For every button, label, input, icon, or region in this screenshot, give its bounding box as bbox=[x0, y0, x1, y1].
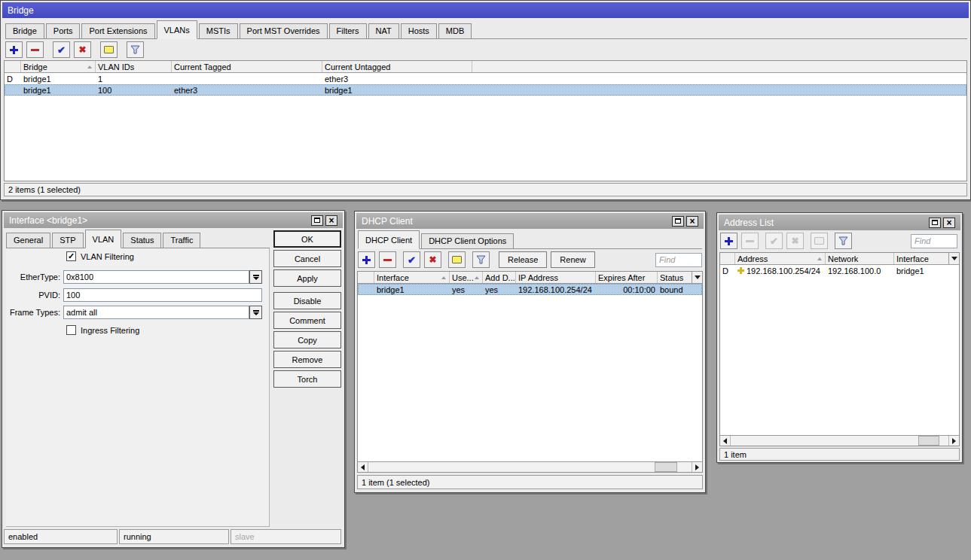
col-flags[interactable] bbox=[5, 61, 21, 72]
tab-dhcp-client-options[interactable]: DHCP Client Options bbox=[421, 233, 514, 248]
tab-port-extensions[interactable]: Port Extensions bbox=[81, 23, 154, 38]
enable-button[interactable]: ✔ bbox=[403, 251, 420, 268]
tab-mdb[interactable]: MDB bbox=[438, 23, 472, 38]
table-row-selected[interactable]: bridge1 yes yes 192.168.100.254/24 00:10… bbox=[358, 284, 702, 295]
comment-button[interactable] bbox=[448, 251, 466, 268]
close-button[interactable]: × bbox=[943, 218, 955, 228]
enable-button[interactable]: ✔ bbox=[53, 41, 70, 58]
apply-button[interactable]: Apply bbox=[273, 269, 341, 287]
tab-port-mst-overrides[interactable]: Port MST Overrides bbox=[240, 23, 328, 38]
horizontal-scrollbar[interactable] bbox=[720, 435, 959, 446]
remove-button[interactable] bbox=[741, 233, 759, 249]
ethertype-field[interactable] bbox=[63, 270, 249, 284]
column-chooser-button[interactable] bbox=[948, 253, 959, 264]
interface-window-titlebar[interactable]: Interface <bridge1> × bbox=[4, 212, 343, 228]
cross-icon: ✖ bbox=[429, 255, 436, 264]
disable-button[interactable]: ✖ bbox=[74, 41, 91, 58]
scroll-left-button[interactable] bbox=[720, 436, 731, 446]
column-chooser-button[interactable] bbox=[692, 272, 702, 283]
col-interface[interactable]: Interface bbox=[894, 253, 948, 264]
add-button[interactable] bbox=[720, 233, 737, 249]
col-interface[interactable]: Interface bbox=[374, 272, 450, 283]
close-button[interactable]: × bbox=[686, 216, 698, 227]
dropdown-arrow-icon bbox=[253, 277, 259, 280]
disable-button[interactable]: ✖ bbox=[424, 251, 441, 268]
table-row[interactable]: D bridge1 1 ether3 bbox=[5, 73, 966, 84]
col-ip-address[interactable]: IP Address bbox=[516, 272, 596, 283]
row-flag: D bbox=[5, 73, 21, 84]
filter-button[interactable] bbox=[835, 233, 852, 249]
col-status[interactable]: Status bbox=[658, 272, 692, 283]
tab-general[interactable]: General bbox=[6, 233, 50, 248]
remove-button[interactable] bbox=[379, 251, 396, 268]
tab-vlans[interactable]: VLANs bbox=[157, 20, 197, 39]
pvid-field[interactable] bbox=[63, 288, 262, 302]
vlan-filtering-checkbox[interactable]: ✓ bbox=[66, 251, 76, 261]
tab-bridge[interactable]: Bridge bbox=[5, 23, 44, 38]
tab-mstis[interactable]: MSTIs bbox=[199, 23, 238, 38]
remove-button[interactable] bbox=[26, 41, 44, 58]
frame-types-field[interactable] bbox=[63, 306, 249, 319]
table-row-selected[interactable]: bridge1 100 ether3 bridge1 bbox=[5, 84, 966, 96]
cancel-button[interactable]: Cancel bbox=[273, 250, 341, 267]
ethertype-dropdown-button[interactable] bbox=[249, 270, 262, 284]
col-current-tagged[interactable]: Current Tagged bbox=[172, 61, 322, 72]
tab-hosts[interactable]: Hosts bbox=[401, 23, 437, 38]
maximize-button[interactable] bbox=[672, 216, 684, 227]
col-network[interactable]: Network bbox=[826, 253, 894, 264]
scroll-right-button[interactable] bbox=[692, 462, 702, 472]
torch-button[interactable]: Torch bbox=[273, 370, 341, 388]
tab-dhcp-client[interactable]: DHCP Client bbox=[358, 230, 420, 249]
maximize-button[interactable] bbox=[311, 215, 323, 226]
ingress-filtering-checkbox[interactable] bbox=[66, 325, 76, 335]
release-button[interactable]: Release bbox=[499, 251, 547, 268]
dhcp-tabbar: DHCP Client DHCP Client Options bbox=[358, 230, 702, 249]
bridge-window-title: Bridge bbox=[8, 5, 34, 16]
address-window-titlebar[interactable]: Address List × bbox=[719, 215, 960, 230]
add-button[interactable] bbox=[358, 251, 375, 268]
table-row[interactable]: D 192.168.100.254/24 192.168.100.0 bridg… bbox=[720, 265, 959, 276]
col-flags[interactable] bbox=[358, 272, 374, 283]
col-add-default[interactable]: Add D... bbox=[483, 272, 516, 283]
frame-types-dropdown-button[interactable] bbox=[249, 306, 262, 319]
sort-asc-icon bbox=[441, 276, 446, 279]
enable-button[interactable]: ✔ bbox=[765, 233, 783, 249]
remove-button[interactable]: Remove bbox=[273, 351, 341, 368]
ok-button[interactable]: OK bbox=[273, 230, 341, 248]
add-button[interactable] bbox=[5, 41, 23, 58]
tab-nat[interactable]: NAT bbox=[368, 23, 399, 38]
close-button[interactable]: × bbox=[325, 215, 337, 226]
disable-button[interactable]: ✖ bbox=[786, 233, 804, 249]
scrollbar-thumb[interactable] bbox=[918, 436, 939, 446]
comment-button[interactable] bbox=[811, 233, 828, 249]
scroll-right-button[interactable] bbox=[948, 436, 959, 446]
tab-traffic[interactable]: Traffic bbox=[163, 233, 200, 248]
horizontal-scrollbar[interactable] bbox=[358, 461, 702, 472]
find-input[interactable] bbox=[911, 234, 957, 248]
col-current-untagged[interactable]: Current Untagged bbox=[322, 61, 472, 72]
maximize-button[interactable] bbox=[929, 218, 941, 228]
col-address[interactable]: Address bbox=[735, 253, 826, 264]
bridge-window-titlebar[interactable]: Bridge bbox=[2, 2, 969, 18]
comment-button[interactable]: Comment bbox=[273, 312, 341, 329]
tab-status[interactable]: Status bbox=[123, 233, 161, 248]
tab-filters[interactable]: Filters bbox=[329, 23, 367, 38]
disable-button[interactable]: Disable bbox=[273, 292, 341, 309]
tab-ports[interactable]: Ports bbox=[46, 23, 81, 38]
renew-button[interactable]: Renew bbox=[551, 251, 594, 268]
find-input[interactable] bbox=[655, 253, 702, 267]
col-expires-after[interactable]: Expires After bbox=[596, 272, 658, 283]
col-vlan-ids[interactable]: VLAN IDs bbox=[96, 61, 172, 72]
tab-vlan[interactable]: VLAN bbox=[85, 230, 122, 248]
copy-button[interactable]: Copy bbox=[273, 331, 341, 348]
col-flags[interactable] bbox=[720, 253, 735, 264]
col-bridge[interactable]: Bridge bbox=[21, 61, 96, 72]
scrollbar-thumb[interactable] bbox=[655, 462, 677, 472]
tab-stp[interactable]: STP bbox=[52, 233, 83, 248]
scroll-left-button[interactable] bbox=[358, 462, 368, 472]
dhcp-window-titlebar[interactable]: DHCP Client × bbox=[356, 213, 704, 229]
comment-button[interactable] bbox=[100, 41, 118, 58]
filter-button[interactable] bbox=[127, 41, 144, 58]
filter-button[interactable] bbox=[472, 251, 490, 268]
col-use[interactable]: Use... bbox=[450, 272, 483, 283]
